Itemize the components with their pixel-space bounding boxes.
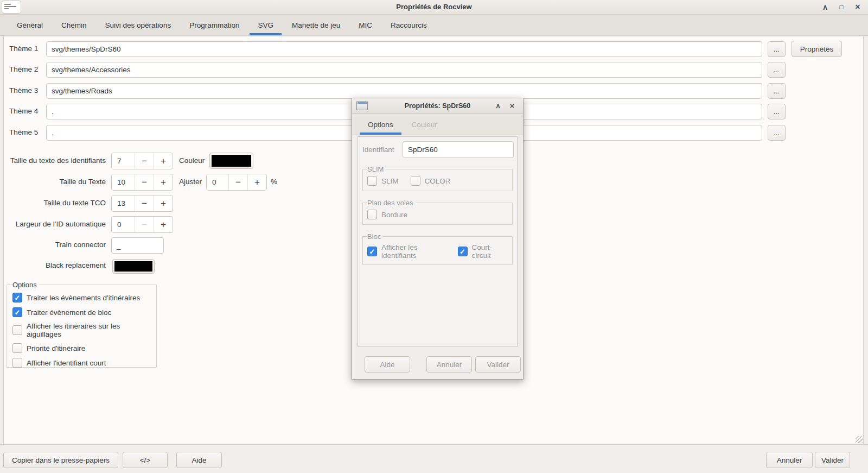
checkbox-bordure[interactable] (367, 210, 377, 219)
slim-group-title: SLIM (367, 165, 386, 173)
minus-button[interactable]: − (135, 195, 154, 211)
dialog-rollup-button[interactable]: ∧ (491, 99, 505, 113)
theme2-input[interactable] (46, 62, 762, 78)
tab-general[interactable]: Général (8, 15, 52, 35)
color-row: COLOR (411, 176, 451, 186)
auto-id-width-spinner: 0 − + (111, 216, 173, 233)
bloc-group: Bloc ✓ Afficher les identifiants ✓ Court… (362, 232, 513, 265)
checkbox-afficher-identifiants[interactable]: ✓ (367, 247, 377, 256)
ids-text-size-spinner: 7 − + (111, 153, 173, 169)
plan-des-voies-group: Plan des voies Bordure (362, 199, 513, 225)
plus-button[interactable]: + (154, 153, 173, 169)
theme3-input[interactable] (46, 83, 762, 99)
plus-button[interactable]: + (154, 174, 173, 190)
tab-mic[interactable]: MIC (349, 15, 381, 35)
dialog-help-button[interactable]: Aide (365, 356, 410, 373)
checkbox-afficher-identifiant-court[interactable] (12, 358, 22, 368)
minus-button[interactable]: − (228, 174, 247, 190)
train-connector-input[interactable] (111, 237, 164, 254)
tco-text-size-value[interactable]: 13 (112, 195, 135, 211)
text-size-label: Taille du Texte (4, 178, 106, 186)
theme1-properties-button[interactable]: Propriétés (792, 41, 842, 57)
window-title: Propriétés de Rocview (0, 0, 868, 14)
theme3-label: Thème 3 (9, 86, 38, 94)
copy-clipboard-button[interactable]: Copier dans le presse-papiers (3, 452, 118, 468)
theme2-browse-button[interactable]: ... (768, 62, 786, 78)
bordure-row: Bordure (367, 210, 508, 219)
ajuster-label: Ajuster (179, 178, 202, 186)
help-button[interactable]: Aide (176, 452, 222, 468)
dialog-close-button[interactable]: × (505, 99, 519, 113)
rollup-button[interactable]: ∧ (818, 0, 832, 14)
theme1-input[interactable] (46, 41, 762, 57)
minus-button-disabled: − (135, 217, 154, 232)
theme4-browse-button[interactable]: ... (768, 104, 786, 119)
theme1-browse-button[interactable]: ... (768, 41, 786, 57)
ajuster-value[interactable]: 0 (207, 174, 228, 190)
checkbox-afficher-itineraires-aiguillages[interactable] (12, 325, 22, 335)
dialog-ok-button[interactable]: Valider (475, 356, 521, 373)
checkbox-court-circuit[interactable]: ✓ (458, 247, 468, 256)
slim-row: SLIM (367, 176, 399, 186)
theme5-label: Thème 5 (9, 128, 38, 136)
ids-text-size-value[interactable]: 7 (112, 153, 135, 169)
checkbox-traiter-evenements-itineraires[interactable]: ✓ (12, 293, 22, 302)
afficher-identifiants-row: ✓ Afficher les identifiants (367, 243, 449, 260)
checkbox-traiter-evenement-bloc[interactable]: ✓ (12, 307, 22, 317)
tab-svg[interactable]: SVG (248, 15, 283, 35)
identifiant-row: Identifiant (362, 141, 513, 159)
auto-id-width-value[interactable]: 0 (112, 217, 135, 232)
xml-code-button[interactable]: </> (123, 452, 168, 468)
option-row: Afficher les itinéraires sur les aiguill… (12, 322, 151, 338)
option-row: Priorité d'itinéraire (12, 343, 151, 353)
bloc-group-title: Bloc (367, 232, 383, 241)
dialog-options-page: Identifiant SLIM SLIM COLOR Plan (358, 136, 518, 347)
titlebar: Propriétés de Rocview ∧ □ × (0, 0, 868, 15)
tab-raccourcis[interactable]: Raccourcis (381, 15, 436, 35)
black-replacement-label: Black replacement (4, 261, 106, 269)
dialog-tab-options[interactable]: Options (359, 114, 403, 135)
text-size-value[interactable]: 10 (112, 174, 135, 190)
close-button[interactable]: × (851, 0, 865, 14)
court-circuit-row: ✓ Court-circuit (458, 243, 508, 260)
theme3-browse-button[interactable]: ... (768, 83, 786, 99)
identifier-color-swatch (212, 155, 251, 167)
dialog-tab-couleur[interactable]: Couleur (403, 114, 446, 135)
ok-button[interactable]: Valider (815, 452, 850, 468)
tab-manette[interactable]: Manette de jeu (283, 15, 349, 35)
percent-label: % (271, 178, 277, 186)
option-row: Afficher l'identifiant court (12, 358, 151, 368)
plus-button[interactable]: + (154, 195, 173, 211)
option-row: ✓ Traiter évènement de bloc (12, 307, 151, 317)
maximize-button[interactable]: □ (834, 0, 848, 14)
options-group: Options ✓ Traiter les évènements d'itiné… (7, 281, 157, 368)
theme1-label: Thème 1 (9, 45, 38, 53)
checkbox-slim[interactable] (367, 176, 377, 186)
dialog-cancel-button[interactable]: Annuler (426, 356, 472, 373)
text-size-spinner: 10 − + (111, 174, 173, 191)
black-replacement-swatch-button[interactable] (112, 259, 155, 274)
minus-button[interactable]: − (135, 174, 154, 190)
identifier-color-swatch-button[interactable] (209, 153, 253, 169)
plus-button[interactable]: + (154, 217, 173, 232)
minus-button[interactable]: − (135, 153, 154, 169)
identifiant-input[interactable] (403, 141, 514, 158)
train-connector-label: Train connector (4, 241, 106, 249)
checkbox-color[interactable] (411, 176, 420, 186)
auto-id-width-label: Largeur de l'ID automatique (4, 220, 106, 228)
black-replacement-swatch (114, 261, 152, 272)
tab-suivi-operations[interactable]: Suivi des opérations (96, 15, 181, 35)
dialog-titlebar: Propriétés: SpDrS60 ∧ × (352, 98, 523, 114)
plus-button[interactable]: + (247, 174, 266, 190)
identifiant-label: Identifiant (362, 146, 394, 154)
plan-des-voies-group-title: Plan des voies (367, 199, 416, 207)
theme5-browse-button[interactable]: ... (768, 125, 786, 141)
checkbox-priorite-itineraire[interactable] (12, 343, 22, 353)
tab-chemin[interactable]: Chemin (52, 15, 96, 35)
cancel-button[interactable]: Annuler (766, 452, 813, 468)
main-tabbar: Général Chemin Suivi des opérations Prog… (0, 15, 868, 36)
resize-grip[interactable] (856, 436, 863, 443)
theme4-label: Thème 4 (9, 107, 38, 115)
slim-group: SLIM SLIM COLOR (362, 165, 513, 191)
tab-programmation[interactable]: Programmation (180, 15, 248, 35)
